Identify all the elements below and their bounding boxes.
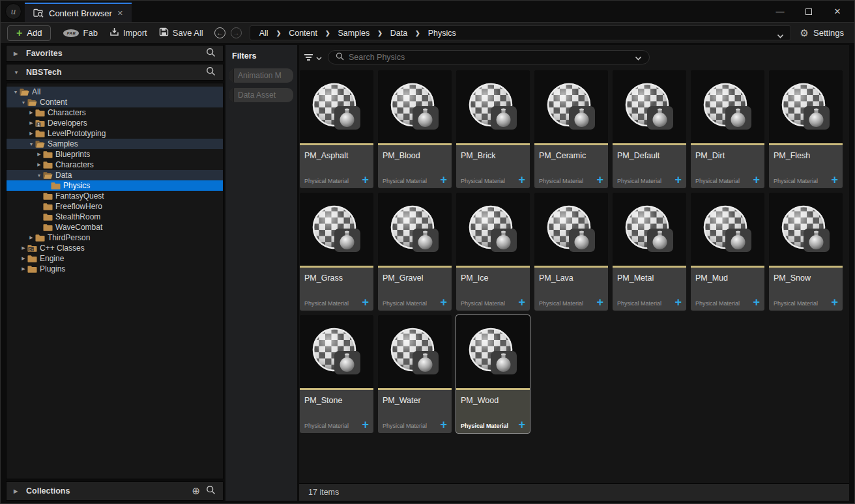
minimize-button[interactable]: — bbox=[766, 1, 794, 22]
asset-card-pm_blood[interactable]: PM_Blood Physical Material + bbox=[378, 70, 452, 188]
add-to-collection-plus-icon[interactable]: + bbox=[518, 176, 525, 184]
asset-card-pm_snow[interactable]: PM_Snow Physical Material + bbox=[769, 193, 843, 311]
add-to-collection-plus-icon[interactable]: + bbox=[831, 298, 838, 307]
asset-card-pm_metal[interactable]: PM_Metal Physical Material + bbox=[613, 193, 686, 311]
breadcrumb[interactable]: All❯Content❯Samples❯Data❯Physics bbox=[250, 25, 791, 40]
favorites-header[interactable]: ▶ Favorites bbox=[6, 45, 224, 62]
asset-card-pm_stone[interactable]: PM_Stone Physical Material + bbox=[300, 315, 373, 433]
tree-item-wavecombat[interactable]: WaveCombat bbox=[7, 222, 223, 232]
add-to-collection-plus-icon[interactable]: + bbox=[362, 298, 369, 307]
fab-button[interactable]: FAB Fab bbox=[57, 28, 103, 38]
add-to-collection-plus-icon[interactable]: + bbox=[596, 176, 603, 184]
asset-card-pm_dirt[interactable]: PM_Dirt Physical Material + bbox=[691, 70, 764, 188]
tree-item-characters[interactable]: ▶Characters bbox=[7, 107, 223, 118]
tree-item-freeflowhero[interactable]: FreeflowHero bbox=[7, 201, 223, 212]
add-to-collection-plus-icon[interactable]: + bbox=[596, 298, 603, 307]
add-button[interactable]: + Add bbox=[7, 25, 51, 41]
add-to-collection-plus-icon[interactable]: + bbox=[674, 298, 682, 307]
tree-expand-down-icon[interactable]: ▼ bbox=[35, 173, 43, 178]
add-to-collection-plus-icon[interactable]: + bbox=[362, 421, 369, 429]
tree-expand-right-icon[interactable]: ▶ bbox=[35, 162, 43, 167]
add-to-collection-plus-icon[interactable]: + bbox=[518, 298, 525, 307]
tree-item-physics[interactable]: Physics bbox=[7, 180, 223, 191]
gear-icon: ⚙ bbox=[800, 28, 809, 38]
breadcrumb-item-physics[interactable]: Physics bbox=[428, 29, 456, 38]
favorites-search-icon[interactable] bbox=[206, 48, 216, 59]
source-search-icon[interactable] bbox=[206, 66, 216, 78]
breadcrumb-item-content[interactable]: Content bbox=[289, 29, 317, 38]
close-button[interactable]: ✕ bbox=[823, 1, 852, 22]
asset-card-pm_gravel[interactable]: PM_Gravel Physical Material + bbox=[378, 193, 452, 311]
tab-close-icon[interactable]: ✕ bbox=[117, 9, 123, 18]
tree-expand-right-icon[interactable]: ▶ bbox=[27, 235, 35, 240]
add-to-collection-plus-icon[interactable]: + bbox=[440, 176, 447, 184]
maximize-button[interactable] bbox=[794, 1, 823, 22]
forward-button[interactable]: → bbox=[231, 27, 242, 38]
tree-item-thirdperson[interactable]: ▶ThirdPerson bbox=[7, 232, 223, 243]
add-to-collection-plus-icon[interactable]: + bbox=[753, 298, 760, 307]
tree-expand-down-icon[interactable]: ▼ bbox=[27, 142, 35, 147]
source-collapse-arrow-icon[interactable]: ▼ bbox=[14, 70, 20, 76]
add-to-collection-plus-icon[interactable]: + bbox=[362, 176, 369, 184]
add-to-collection-plus-icon[interactable]: + bbox=[440, 298, 447, 307]
asset-card-pm_brick[interactable]: PM_Brick Physical Material + bbox=[456, 70, 530, 188]
tree-expand-down-icon[interactable]: ▼ bbox=[20, 100, 27, 105]
asset-card-pm_flesh[interactable]: PM_Flesh Physical Material + bbox=[769, 70, 843, 188]
asset-card-pm_default[interactable]: PM_Default Physical Material + bbox=[613, 70, 686, 188]
asset-card-pm_asphalt[interactable]: PM_Asphalt Physical Material + bbox=[300, 70, 373, 188]
collections-collapse-arrow-icon[interactable]: ▶ bbox=[14, 488, 20, 494]
tree-item-fantasyquest[interactable]: FantasyQuest bbox=[7, 191, 223, 201]
breadcrumb-item-samples[interactable]: Samples bbox=[338, 29, 370, 38]
add-to-collection-plus-icon[interactable]: + bbox=[674, 176, 682, 184]
add-to-collection-plus-icon[interactable]: + bbox=[831, 176, 838, 184]
tree-item-blueprints[interactable]: ▶Blueprints bbox=[7, 149, 223, 160]
import-button[interactable]: Import bbox=[104, 27, 153, 38]
source-header[interactable]: ▼ NBSTech bbox=[6, 64, 224, 81]
tree-expand-right-icon[interactable]: ▶ bbox=[27, 131, 35, 136]
tree-expand-right-icon[interactable]: ▶ bbox=[27, 120, 35, 126]
asset-card-pm_water[interactable]: PM_Water Physical Material + bbox=[378, 315, 452, 433]
filter-pill-animation-m[interactable]: Animation M bbox=[229, 68, 293, 83]
tree-item-levelprototyping[interactable]: ▶LevelPrototyping bbox=[7, 128, 223, 139]
asset-card-pm_lava[interactable]: PM_Lava Physical Material + bbox=[534, 193, 608, 311]
tree-expand-right-icon[interactable]: ▶ bbox=[20, 266, 27, 272]
favorites-collapse-arrow-icon[interactable]: ▶ bbox=[14, 51, 20, 57]
tree-expand-right-icon[interactable]: ▶ bbox=[20, 256, 27, 261]
tree-expand-down-icon[interactable]: ▼ bbox=[12, 90, 20, 94]
tree-item-engine[interactable]: ▶Engine bbox=[7, 253, 223, 264]
tree-item-content[interactable]: ▼Content bbox=[7, 97, 223, 107]
search-history-chevron-icon[interactable] bbox=[635, 51, 642, 63]
asset-card-pm_grass[interactable]: PM_Grass Physical Material + bbox=[300, 193, 373, 311]
asset-card-pm_mud[interactable]: PM_Mud Physical Material + bbox=[691, 193, 764, 311]
tree-expand-right-icon[interactable]: ▶ bbox=[27, 110, 35, 115]
filter-options-button[interactable] bbox=[304, 51, 322, 63]
tree-item-all[interactable]: ▼All bbox=[7, 87, 223, 97]
settings-button[interactable]: ⚙ Settings bbox=[796, 28, 848, 38]
add-to-collection-plus-icon[interactable]: + bbox=[440, 421, 447, 429]
collections-search-icon[interactable] bbox=[206, 485, 216, 497]
add-collection-icon[interactable]: ⊕ bbox=[192, 485, 200, 497]
tree-expand-right-icon[interactable]: ▶ bbox=[35, 152, 43, 157]
tree-item-c-classes[interactable]: ▶C++C++ Classes bbox=[7, 243, 223, 253]
collections-header[interactable]: ▶ Collections ⊕ bbox=[6, 481, 224, 501]
asset-card-pm_ceramic[interactable]: PM_Ceramic Physical Material + bbox=[534, 70, 608, 188]
search-input[interactable]: Search Physics bbox=[328, 50, 650, 64]
path-dropdown-chevron-icon[interactable] bbox=[777, 31, 784, 40]
tree-item-data[interactable]: ▼Data bbox=[7, 170, 223, 180]
save-all-button[interactable]: Save All bbox=[153, 27, 209, 38]
tree-expand-right-icon[interactable]: ▶ bbox=[20, 245, 27, 251]
add-to-collection-plus-icon[interactable]: + bbox=[518, 421, 525, 429]
tree-item-plugins[interactable]: ▶Plugins bbox=[7, 264, 223, 274]
asset-card-pm_ice[interactable]: PM_Ice Physical Material + bbox=[456, 193, 530, 311]
tab-content-browser[interactable]: Content Browser ✕ bbox=[25, 3, 132, 22]
tree-item-samples[interactable]: ▼Samples bbox=[7, 139, 223, 149]
tree-item-stealthroom[interactable]: StealthRoom bbox=[7, 212, 223, 222]
breadcrumb-item-all[interactable]: All bbox=[259, 29, 268, 38]
back-button[interactable]: ← bbox=[214, 27, 225, 38]
tree-item-developers[interactable]: ▶Developers bbox=[7, 118, 223, 128]
asset-card-pm_wood[interactable]: PM_Wood Physical Material + bbox=[456, 315, 530, 433]
filter-pill-data-asset[interactable]: Data Asset bbox=[229, 88, 293, 102]
tree-item-characters[interactable]: ▶Characters bbox=[7, 160, 223, 170]
add-to-collection-plus-icon[interactable]: + bbox=[753, 176, 760, 184]
breadcrumb-item-data[interactable]: Data bbox=[390, 29, 407, 38]
